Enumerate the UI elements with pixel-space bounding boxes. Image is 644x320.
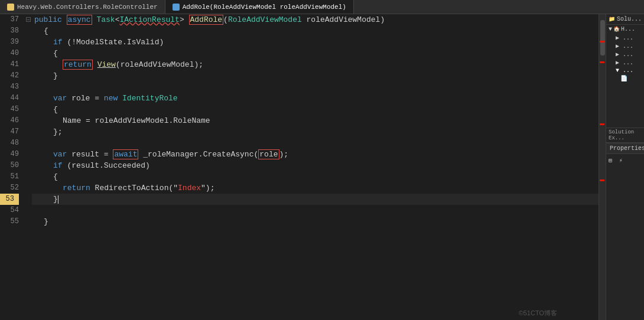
tree-item-3: ▶ ... (606, 50, 644, 58)
index-string: Index (178, 184, 201, 192)
main-content: 37 38 39 40 41 42 43 44 45 46 47 48 49 5… (0, 14, 644, 320)
line-54 (32, 205, 599, 216)
ln-45: 45 (0, 104, 19, 115)
line-47: }; (32, 126, 599, 138)
solution-explorer-label: Solution Ex... (606, 128, 644, 143)
properties-toolbar: ⊞ ⚡ (606, 154, 644, 166)
properties-icon-2[interactable]: ⚡ (619, 158, 623, 164)
collapse-button[interactable]: − (26, 17, 31, 22)
tab-label-2: AddRole(RoleAddViewModel roleAddViewMode… (183, 4, 346, 11)
watermark: ©51CTO博客 (519, 309, 557, 318)
properties-panel: Properties ⊞ ⚡ (606, 143, 644, 202)
code-editor[interactable]: 37 38 39 40 41 42 43 44 45 46 47 48 49 5… (0, 14, 599, 320)
async-highlight: async (67, 15, 92, 25)
ln-55: 55 (0, 216, 19, 227)
error-marker-1 (600, 41, 604, 43)
line-38: { (32, 25, 599, 37)
tree-area: ▶ ... ▶ ... ▶ ... ▶ ... ▼ ... 📄 (606, 34, 644, 128)
error-marker-2 (600, 61, 604, 63)
tab-label-1: Heavy.Web.Controllers.RoleController (17, 4, 158, 11)
line-49: var result = await _roleManager.CreateAs… (32, 149, 599, 160)
tab-role-controller[interactable]: Heavy.Web.Controllers.RoleController (0, 0, 165, 14)
scrollbar-track[interactable] (599, 14, 606, 320)
properties-icon-1[interactable]: ⊞ (609, 158, 612, 164)
ln-47: 47 (0, 126, 19, 138)
tree-item-6: 📄 (606, 74, 644, 83)
role-highlight: role (258, 149, 279, 159)
ln-38: 38 (0, 25, 19, 37)
code-lines: 37 38 39 40 41 42 43 44 45 46 47 48 49 5… (0, 14, 599, 320)
ln-42: 42 (0, 70, 19, 81)
ln-46: 46 (0, 115, 19, 126)
line-numbers: 37 38 39 40 41 42 43 44 45 46 47 48 49 5… (0, 14, 24, 320)
ln-37: 37 (0, 14, 19, 25)
line-44: var role = new IdentityRole (32, 93, 599, 104)
ln-49: 49 (0, 149, 19, 160)
ln-39: 39 (0, 37, 19, 48)
tab-add-role[interactable]: AddRole(RoleAddViewModel roleAddViewMode… (165, 0, 354, 14)
line-40: { (32, 48, 599, 59)
ln-44: 44 (0, 93, 19, 104)
await-highlight: await (113, 149, 138, 159)
text-cursor (58, 195, 61, 204)
error-marker-4 (600, 179, 604, 181)
properties-header: Properties (606, 143, 644, 154)
tab-icon-orange (7, 4, 14, 11)
line-42: } (32, 70, 599, 81)
code-content[interactable]: public async Task<IActionResult> AddRole… (32, 14, 599, 320)
tree-item-1: ▶ ... (606, 34, 644, 42)
ln-40: 40 (0, 48, 19, 59)
gutter: − (24, 14, 32, 320)
ln-50: 50 (0, 160, 19, 171)
line-45: { (32, 104, 599, 115)
line-37: public async Task<IActionResult> AddRole… (32, 14, 599, 25)
line-51: { (32, 171, 599, 182)
line-39: if (!ModelState.IsValid) (32, 37, 599, 48)
error-marker-3 (600, 123, 604, 125)
line-46: Name = roleAddViewModel.RoleName (32, 115, 599, 126)
tree-item-2: ▶ ... (606, 42, 644, 50)
line-50: if (result.Succeeded) (32, 160, 599, 171)
ln-48: 48 (0, 138, 19, 149)
solution-label: Solu... (617, 16, 642, 22)
return-highlight-1: return (63, 60, 93, 70)
heavy-tree: ▼ 🏠 H... (606, 25, 644, 34)
ln-43: 43 (0, 81, 19, 93)
line-48 (32, 138, 599, 149)
tab-icon-blue (173, 4, 180, 11)
ln-53: 53 (0, 194, 19, 205)
addrole-highlight: AddRole (189, 15, 224, 25)
tree-item-5: ▼ ... (606, 67, 644, 74)
scrollbar-thumb[interactable] (600, 20, 605, 55)
right-panel: 📁 Solu... ▼ 🏠 H... ▶ ... ▶ ... ▶ ... ▶ .… (606, 14, 644, 320)
ln-41: 41 (0, 59, 19, 70)
ln-51: 51 (0, 171, 19, 182)
line-55: } (32, 216, 599, 227)
solution-icon: 📁 (609, 16, 615, 22)
line-41: return View(roleAddViewModel); (32, 59, 599, 70)
ln-52: 52 (0, 182, 19, 194)
line-52: return RedirectToAction("Index"); (32, 182, 599, 194)
line-43 (32, 81, 599, 93)
solution-header: 📁 Solu... (606, 14, 644, 25)
tree-item-4: ▶ ... (606, 58, 644, 67)
tab-bar: Heavy.Web.Controllers.RoleController Add… (0, 0, 644, 14)
line-53: } (32, 194, 599, 205)
ln-54: 54 (0, 205, 19, 216)
